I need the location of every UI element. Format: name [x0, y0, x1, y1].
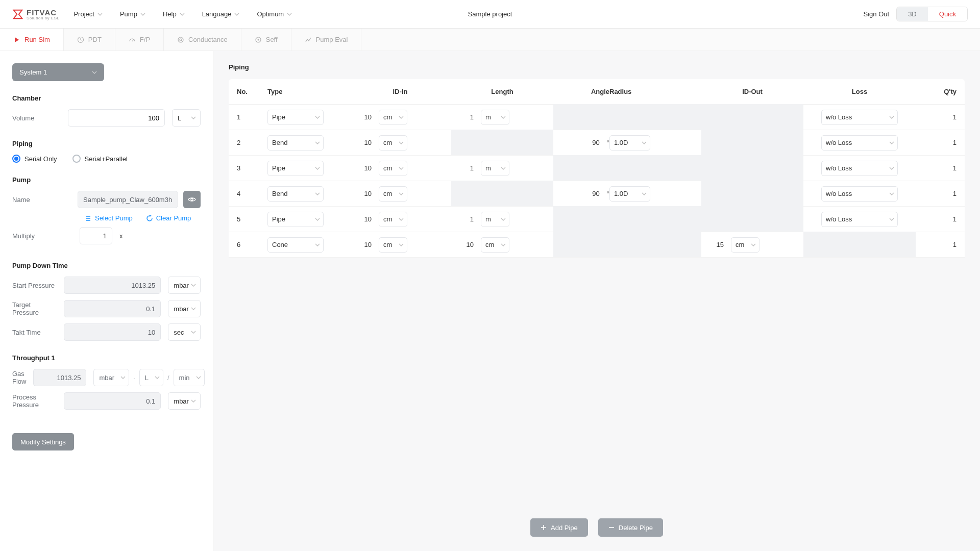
menu-pump-label: Pump — [120, 10, 137, 18]
gas-flow-unit2[interactable]: L — [139, 369, 163, 386]
col-loss: Loss — [803, 88, 916, 95]
add-pipe-button[interactable]: Add Pipe — [530, 518, 588, 537]
unit-select[interactable]: cm — [731, 237, 760, 253]
table-footer-actions: Add Pipe Delete Pipe — [213, 507, 980, 551]
unit-select[interactable]: w/o Loss — [821, 186, 898, 202]
menu-pump[interactable]: Pump — [120, 10, 145, 18]
unit-select[interactable]: cm — [379, 186, 407, 202]
value-cell[interactable]: 10 — [349, 190, 375, 197]
value-cell[interactable]: 1 — [451, 113, 477, 121]
gas-flow-unit3[interactable]: min — [174, 369, 205, 386]
tab-conductance[interactable]: Conductance — [164, 29, 241, 51]
unit-select[interactable]: w/o Loss — [821, 135, 898, 151]
multiply-input[interactable] — [80, 227, 112, 244]
sub-toolbar: Run Sim PDT F/P Conductance Seff Pump Ev… — [0, 29, 980, 51]
qty-cell[interactable]: 1 — [916, 215, 957, 223]
delete-pipe-button[interactable]: Delete Pipe — [598, 518, 663, 537]
clear-pump-link[interactable]: Clear Pump — [146, 214, 191, 222]
unit-select[interactable]: cm — [379, 212, 407, 227]
value-cell[interactable]: 10 — [349, 113, 375, 121]
radio-dot-icon — [72, 155, 81, 163]
na-cell — [609, 155, 701, 181]
unit-select[interactable]: m — [481, 212, 509, 227]
unit-select[interactable]: 1.0D — [609, 186, 650, 202]
type-select[interactable]: Bend — [267, 135, 324, 151]
row-no: 5 — [237, 215, 267, 223]
start-pressure-unit[interactable]: mbar — [168, 277, 201, 294]
unit-select[interactable]: 1.0D — [609, 135, 650, 151]
select-pump-link[interactable]: Select Pump — [85, 214, 133, 222]
col-length: Length — [451, 88, 553, 95]
radio-serial-only[interactable]: Serial Only — [12, 155, 57, 163]
qty-cell[interactable]: 1 — [916, 241, 957, 248]
qty-cell[interactable]: 1 — [916, 190, 957, 197]
type-select[interactable]: Pipe — [267, 110, 324, 125]
chevron-down-icon — [120, 375, 126, 380]
volume-unit-select[interactable]: L — [172, 109, 201, 127]
type-select[interactable]: Cone — [267, 237, 324, 253]
menu-optimum[interactable]: Optimum — [257, 10, 292, 18]
menu-help[interactable]: Help — [163, 10, 185, 18]
unit-select[interactable]: cm — [379, 135, 407, 151]
unit-select[interactable]: w/o Loss — [821, 161, 898, 176]
type-select[interactable]: Pipe — [267, 212, 324, 227]
process-pressure-unit[interactable]: mbar — [168, 392, 201, 410]
unit-select[interactable]: w/o Loss — [821, 110, 898, 125]
takt-time-unit[interactable]: sec — [168, 323, 201, 341]
chevron-down-icon — [191, 306, 196, 311]
unit-select[interactable]: w/o Loss — [821, 212, 898, 227]
col-type: Type — [267, 88, 349, 95]
multiply-label: Multiply — [12, 232, 72, 240]
tab-seff[interactable]: Seff — [241, 29, 291, 51]
gas-flow-unit1[interactable]: mbar — [93, 369, 129, 386]
qty-cell[interactable]: 1 — [916, 164, 957, 172]
volume-label: Volume — [12, 114, 61, 122]
system-selector[interactable]: System 1 — [12, 63, 104, 81]
pump-heading: Pump — [12, 176, 201, 184]
value-cell[interactable]: 90 — [577, 139, 603, 146]
radio-serial-parallel[interactable]: Serial+Parallel — [72, 155, 128, 163]
value-cell[interactable]: 1 — [451, 215, 477, 223]
tab-fp[interactable]: F/P — [115, 29, 164, 51]
minus-icon — [608, 524, 615, 531]
value-cell[interactable]: 1 — [451, 164, 477, 172]
type-select[interactable]: Bend — [267, 186, 324, 202]
volume-input[interactable] — [68, 109, 165, 127]
qty-cell[interactable]: 1 — [916, 139, 957, 146]
menu-language[interactable]: Language — [202, 10, 240, 18]
tab-run-sim[interactable]: Run Sim — [0, 29, 64, 51]
type-select[interactable]: Pipe — [267, 161, 324, 176]
unit-select[interactable]: cm — [379, 161, 407, 176]
value-cell[interactable]: 10 — [349, 215, 375, 223]
refresh-icon — [146, 215, 153, 222]
unit-select[interactable]: m — [481, 161, 509, 176]
ring-icon — [177, 36, 184, 43]
view-pump-button[interactable] — [183, 191, 201, 208]
qty-cell[interactable]: 1 — [916, 113, 957, 121]
value-cell[interactable]: 90 — [577, 190, 603, 197]
radio-dot-icon — [12, 155, 20, 163]
value-cell[interactable]: 10 — [349, 241, 375, 248]
view-quick-button[interactable]: Quick — [928, 7, 967, 21]
value-cell[interactable]: 10 — [451, 241, 477, 248]
menu-project[interactable]: Project — [74, 10, 102, 18]
multiply-suffix: x — [119, 232, 123, 240]
start-pressure-unit-label: mbar — [174, 282, 189, 289]
tab-pdt[interactable]: PDT — [64, 29, 115, 51]
col-no: No. — [237, 88, 267, 95]
value-cell[interactable]: 15 — [701, 241, 727, 248]
value-cell[interactable]: 10 — [349, 139, 375, 146]
na-cell — [553, 155, 609, 181]
value-cell[interactable]: 10 — [349, 164, 375, 172]
target-pressure-unit[interactable]: mbar — [168, 300, 201, 317]
view-3d-button[interactable]: 3D — [897, 7, 928, 21]
unit-select[interactable]: m — [481, 110, 509, 125]
sidebar: System 1 Chamber Volume L Piping Serial … — [0, 51, 213, 551]
unit-select[interactable]: cm — [379, 110, 407, 125]
unit-select[interactable]: cm — [379, 237, 407, 253]
tab-pump-eval[interactable]: Pump Eval — [291, 29, 362, 51]
unit-select[interactable]: cm — [481, 237, 509, 253]
modify-settings-button[interactable]: Modify Settings — [12, 433, 74, 450]
sign-out-button[interactable]: Sign Out — [864, 10, 890, 18]
gas-flow-label: Gas Flow — [12, 370, 26, 385]
